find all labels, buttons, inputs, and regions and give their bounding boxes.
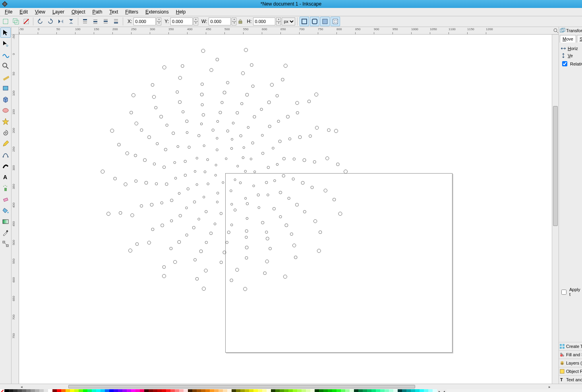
color-swatch[interactable]	[415, 389, 420, 392]
color-swatch[interactable]	[87, 389, 92, 392]
color-swatch[interactable]	[328, 389, 332, 392]
object-properties-link[interactable]: Object P	[559, 367, 582, 375]
color-swatch[interactable]	[275, 389, 280, 392]
relative-checkbox[interactable]	[562, 61, 567, 66]
raise-to-top-button[interactable]	[80, 17, 90, 26]
color-swatch[interactable]	[284, 389, 288, 392]
color-swatch[interactable]	[306, 389, 310, 392]
rotate-cw-button[interactable]	[46, 17, 55, 26]
color-swatch[interactable]	[149, 389, 153, 392]
vertical-scrollbar[interactable]	[552, 35, 559, 384]
calligraphy-tool[interactable]	[0, 161, 11, 171]
color-swatch[interactable]	[70, 389, 74, 392]
spiral-tool[interactable]	[0, 127, 11, 138]
color-swatch[interactable]	[96, 389, 101, 392]
color-swatch[interactable]	[398, 389, 402, 392]
color-swatch[interactable]	[83, 389, 87, 392]
paint-bucket-tool[interactable]	[0, 205, 11, 216]
color-swatch[interactable]	[101, 389, 105, 392]
color-swatch[interactable]	[376, 389, 380, 392]
color-swatch[interactable]	[345, 389, 350, 392]
color-swatch[interactable]	[144, 389, 149, 392]
rectangle-tool[interactable]	[0, 83, 11, 93]
text-and-font-link[interactable]: T Text and	[559, 375, 582, 384]
color-swatch[interactable]	[179, 389, 184, 392]
color-swatch[interactable]	[380, 389, 385, 392]
apply-to-checkbox[interactable]	[561, 290, 567, 295]
color-swatch[interactable]	[114, 389, 118, 392]
color-swatch[interactable]	[52, 389, 57, 392]
no-color-swatch[interactable]	[0, 389, 4, 392]
flip-horizontal-button[interactable]	[56, 17, 66, 26]
scrollbar-thumb[interactable]	[68, 385, 415, 388]
menu-help[interactable]: Help	[173, 8, 189, 15]
y-spinner[interactable]: ▲▼	[193, 17, 198, 25]
color-swatch[interactable]	[310, 389, 315, 392]
color-swatch[interactable]	[48, 389, 52, 392]
color-swatch[interactable]	[218, 389, 223, 392]
layers-link[interactable]: Layers (S	[559, 359, 582, 367]
color-swatch[interactable]	[393, 389, 398, 392]
color-swatch[interactable]	[66, 389, 70, 392]
color-swatch[interactable]	[288, 389, 293, 392]
box3d-tool[interactable]	[0, 94, 11, 104]
color-swatch[interactable]	[184, 389, 188, 392]
node-tool[interactable]	[0, 39, 11, 49]
color-swatch[interactable]	[13, 389, 17, 392]
color-swatch[interactable]	[223, 389, 227, 392]
color-swatch[interactable]	[4, 389, 9, 392]
lock-aspect-icon[interactable]	[237, 18, 244, 25]
h-input[interactable]	[253, 17, 275, 25]
color-swatch[interactable]	[140, 389, 144, 392]
color-swatch[interactable]	[201, 389, 205, 392]
color-swatch[interactable]	[402, 389, 406, 392]
color-swatch[interactable]	[192, 389, 197, 392]
select-all-layers-button[interactable]	[11, 17, 21, 26]
flip-vertical-button[interactable]	[66, 17, 76, 26]
ellipse-tool[interactable]	[0, 105, 11, 116]
menu-extensions[interactable]: Extensions	[142, 8, 172, 15]
lower-button[interactable]	[101, 17, 110, 26]
color-swatch[interactable]	[367, 389, 371, 392]
text-tool[interactable]: A	[0, 172, 11, 182]
color-swatch[interactable]	[385, 389, 389, 392]
color-swatch[interactable]	[227, 389, 232, 392]
dropper-tool[interactable]	[0, 228, 11, 238]
tweak-tool[interactable]	[0, 50, 11, 60]
affect-corners-toggle[interactable]	[310, 17, 319, 26]
color-swatch[interactable]	[297, 389, 302, 392]
color-swatch[interactable]	[258, 389, 262, 392]
color-swatch[interactable]	[131, 389, 135, 392]
bezier-tool[interactable]	[0, 150, 11, 160]
color-swatch[interactable]	[153, 389, 157, 392]
color-swatch[interactable]	[389, 389, 393, 392]
color-swatch[interactable]	[411, 389, 415, 392]
color-swatch[interactable]	[74, 389, 79, 392]
scroll-left-arrow[interactable]: ◂	[18, 384, 25, 389]
color-swatch[interactable]	[92, 389, 96, 392]
color-swatch[interactable]	[249, 389, 253, 392]
color-swatch[interactable]	[428, 389, 433, 392]
color-swatch[interactable]	[127, 389, 131, 392]
menu-view[interactable]: View	[32, 8, 48, 15]
color-swatch[interactable]	[162, 389, 166, 392]
color-swatch[interactable]	[170, 389, 175, 392]
color-swatch[interactable]	[323, 389, 328, 392]
color-swatch[interactable]	[188, 389, 192, 392]
connector-tool[interactable]	[0, 239, 11, 249]
h-spinner[interactable]: ▲▼	[276, 17, 281, 25]
affect-stroke-toggle[interactable]	[300, 17, 309, 26]
menu-filters[interactable]: Filters	[122, 8, 141, 15]
color-swatch[interactable]	[240, 389, 245, 392]
color-swatch[interactable]	[31, 389, 35, 392]
scrollbar-thumb[interactable]	[553, 106, 558, 226]
spray-tool[interactable]	[0, 183, 11, 193]
select-all-button[interactable]	[1, 17, 10, 26]
ruler-vertical[interactable]: -500501001502002503003504004505005506006…	[12, 35, 19, 384]
x-input[interactable]	[133, 17, 156, 25]
color-swatch[interactable]	[406, 389, 411, 392]
color-swatch[interactable]	[315, 389, 319, 392]
color-swatch[interactable]	[9, 389, 13, 392]
color-swatch[interactable]	[57, 389, 61, 392]
menu-object[interactable]: Object	[68, 8, 89, 15]
